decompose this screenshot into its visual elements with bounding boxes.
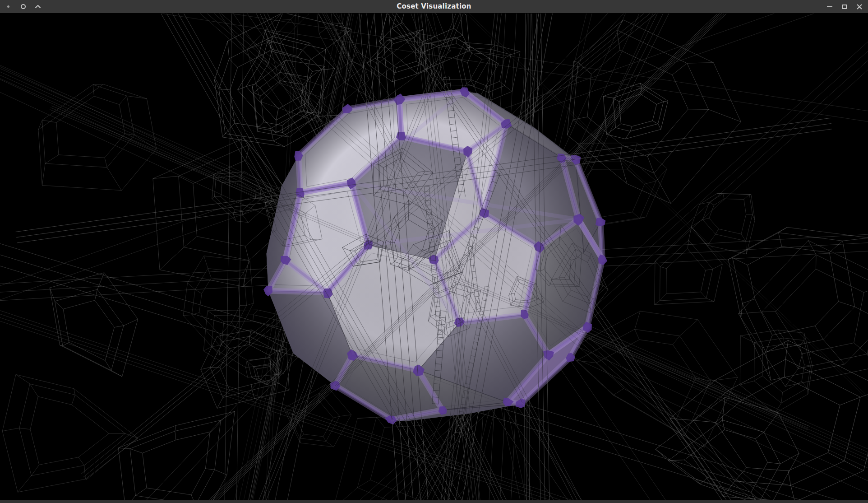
minimize-button[interactable] [826, 4, 833, 10]
app-window: Coset Visualization [0, 0, 868, 503]
coset-3d-viewport[interactable] [0, 14, 868, 500]
titlebar-left-controls [5, 0, 41, 13]
chevron-up-icon[interactable] [35, 4, 41, 10]
circle-outline-icon[interactable] [20, 4, 26, 10]
titlebar[interactable]: Coset Visualization [0, 0, 868, 14]
close-button[interactable] [856, 4, 863, 10]
dot-icon[interactable] [5, 4, 11, 10]
maximize-icon [842, 5, 847, 9]
titlebar-window-controls [826, 0, 863, 13]
close-icon [856, 4, 863, 10]
maximize-button[interactable] [841, 4, 848, 10]
minimize-icon [827, 6, 832, 7]
window-resize-edge[interactable] [0, 500, 868, 503]
window-title: Coset Visualization [397, 0, 471, 13]
